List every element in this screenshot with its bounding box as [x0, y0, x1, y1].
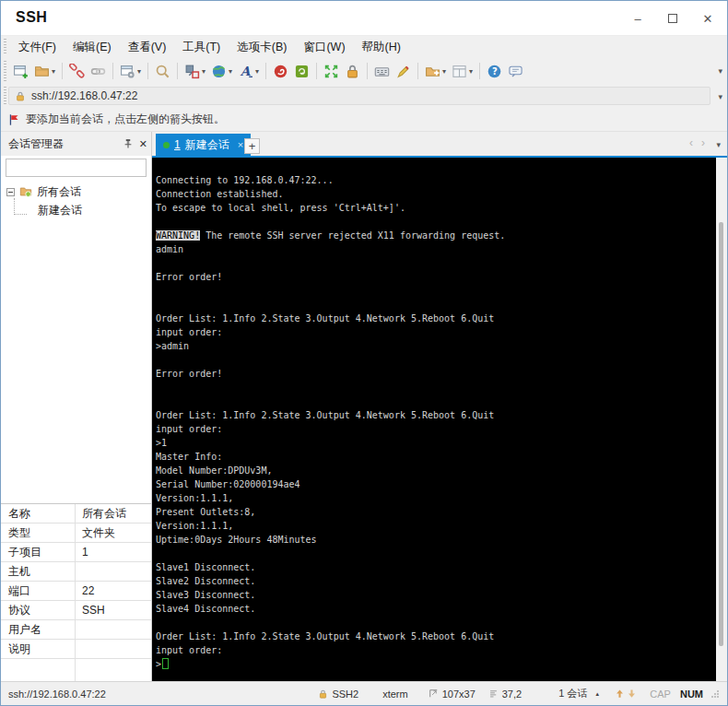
- lock-icon: [345, 64, 360, 79]
- fullscreen-button[interactable]: [321, 60, 342, 82]
- layout-button[interactable]: ▾: [449, 60, 476, 82]
- dropdown-caret-icon[interactable]: ▾: [137, 67, 141, 76]
- dropdown-caret-icon[interactable]: ▾: [255, 67, 259, 76]
- chevron-up-icon: ▲: [594, 691, 600, 697]
- disconnect-icon: [69, 64, 85, 79]
- feedback-button[interactable]: [505, 60, 526, 82]
- flag-icon[interactable]: [8, 113, 20, 126]
- toolbar-drag-handle[interactable]: [4, 61, 6, 81]
- reconnect-button[interactable]: [88, 60, 109, 82]
- tab-close-icon[interactable]: ×: [238, 139, 243, 150]
- terminal-cursor: [162, 658, 169, 669]
- menu-item-window[interactable]: 窗口(W): [295, 37, 353, 57]
- close-button[interactable]: ✕: [690, 1, 725, 36]
- dropdown-caret-icon[interactable]: ▾: [202, 67, 205, 76]
- help-button[interactable]: ?: [484, 60, 505, 82]
- property-value[interactable]: 文件夹: [75, 525, 115, 541]
- pin-icon[interactable]: [123, 138, 134, 149]
- property-label: 用户名: [1, 622, 75, 638]
- find-button[interactable]: [152, 60, 173, 82]
- property-row-name: 名称所有会话: [1, 504, 151, 524]
- terminal-line: To escape to local shell, press 'Ctrl+Al…: [156, 201, 716, 215]
- terminal-output[interactable]: Connecting to 192.168.0.47:22...Connecti…: [152, 158, 716, 681]
- maximize-button[interactable]: [655, 1, 690, 36]
- menu-item-tab[interactable]: 选项卡(B): [229, 37, 295, 57]
- scrollbar-thumb[interactable]: [719, 222, 723, 646]
- caps-lock-indicator: CAP: [650, 688, 671, 700]
- keyboard-icon: [374, 64, 390, 79]
- collapse-icon[interactable]: [6, 188, 15, 196]
- terminal-line: >: [156, 657, 716, 671]
- minimize-button[interactable]: –: [620, 1, 655, 36]
- new-folder-icon: [425, 64, 440, 79]
- tab-new-session[interactable]: 1 新建会话 ×: [156, 134, 251, 156]
- address-url: ssh://192.168.0.47:22: [31, 89, 137, 102]
- new-session-icon: [13, 64, 29, 79]
- keyboard-button[interactable]: [371, 60, 393, 82]
- toolbar-separator: [316, 63, 317, 79]
- table-divider: [75, 504, 76, 681]
- arrow-up-icon[interactable]: [615, 688, 625, 699]
- help-icon: ?: [487, 64, 502, 79]
- arrow-down-icon[interactable]: [627, 688, 637, 699]
- dropdown-caret-icon[interactable]: ▾: [52, 67, 55, 76]
- toolbar-overflow-caret[interactable]: ▾: [718, 66, 722, 76]
- terminal-scrollbar[interactable]: [716, 158, 727, 681]
- dropdown-caret-icon[interactable]: ▾: [469, 67, 473, 76]
- new-folder-button[interactable]: ▾: [422, 60, 449, 82]
- new-tab-button[interactable]: +: [244, 138, 260, 154]
- property-value[interactable]: 1: [75, 546, 88, 559]
- dropdown-caret-icon[interactable]: ▾: [229, 67, 232, 76]
- tab-bar: 1 新建会话 × + ‹ › ▾: [152, 132, 727, 158]
- session-search-input[interactable]: [6, 160, 153, 175]
- disconnect-button[interactable]: [66, 60, 88, 82]
- tree-item-new-session[interactable]: 新建会话: [1, 201, 151, 219]
- terminal-line: Uptime:0Days 2Hours 48Minutes: [156, 533, 716, 547]
- notice-bar: 要添加当前会话，点击左侧的箭头按钮。: [1, 108, 727, 132]
- toolbar-drag-handle[interactable]: [4, 87, 6, 105]
- status-session-count[interactable]: 1 会话▲: [558, 687, 600, 700]
- menu-item-file[interactable]: 文件(F): [10, 37, 65, 57]
- session-properties-button[interactable]: ▾: [117, 60, 144, 82]
- property-value[interactable]: 22: [75, 584, 94, 597]
- minimize-icon: –: [634, 12, 640, 26]
- toolbar-separator: [112, 63, 113, 79]
- compose-button[interactable]: ▾: [182, 60, 208, 82]
- address-input[interactable]: ssh://192.168.0.47:22: [8, 87, 710, 105]
- menu-item-edit[interactable]: 编辑(E): [65, 37, 120, 57]
- property-label: 名称: [1, 506, 75, 522]
- sync-icon: [294, 64, 310, 79]
- panel-close-icon[interactable]: ✕: [139, 138, 147, 150]
- property-value[interactable]: SSH: [75, 604, 105, 617]
- lock-button[interactable]: [342, 60, 363, 82]
- menu-item-help[interactable]: 帮助(H): [354, 37, 409, 57]
- window-controls: – ✕: [620, 1, 725, 36]
- toolbar-drag-handle[interactable]: [4, 39, 6, 55]
- menu-item-view[interactable]: 查看(V): [120, 37, 175, 57]
- tab-menu-caret[interactable]: ▾: [716, 140, 721, 149]
- address-dropdown-caret[interactable]: ▾: [718, 92, 722, 101]
- highlight-button[interactable]: [393, 60, 414, 82]
- property-row-protocol: 协议SSH: [1, 601, 151, 620]
- tab-scroll-right-icon[interactable]: ›: [701, 136, 705, 149]
- terminal-line: WARNING! The remote SSH server rejected …: [156, 229, 716, 242]
- toolbar-separator: [265, 63, 266, 79]
- resize-grip[interactable]: [710, 689, 720, 699]
- menu-item-tools[interactable]: 工具(T): [174, 37, 229, 57]
- terminal-line: admin: [156, 242, 716, 256]
- open-folder-button[interactable]: ▾: [31, 60, 58, 82]
- property-row-type: 类型文件夹: [1, 524, 151, 543]
- new-session-button[interactable]: [10, 60, 31, 82]
- terminal-line: input order:: [156, 325, 716, 339]
- sync-button[interactable]: [291, 60, 312, 82]
- terminal-line: Order List: 1.Info 2.State 3.Output 4.Ne…: [156, 312, 716, 325]
- dropdown-caret-icon[interactable]: ▾: [442, 67, 446, 76]
- web-button[interactable]: ▾: [208, 60, 235, 82]
- zmodem-button[interactable]: [270, 60, 291, 82]
- font-button[interactable]: A▾: [235, 60, 262, 82]
- property-label: 主机: [1, 564, 75, 580]
- property-value[interactable]: 所有会话: [75, 506, 126, 522]
- terminal-line: Slave2 Disconnect.: [156, 574, 716, 588]
- property-label: 端口: [1, 583, 75, 599]
- tab-scroll-left-icon[interactable]: ‹: [689, 136, 693, 149]
